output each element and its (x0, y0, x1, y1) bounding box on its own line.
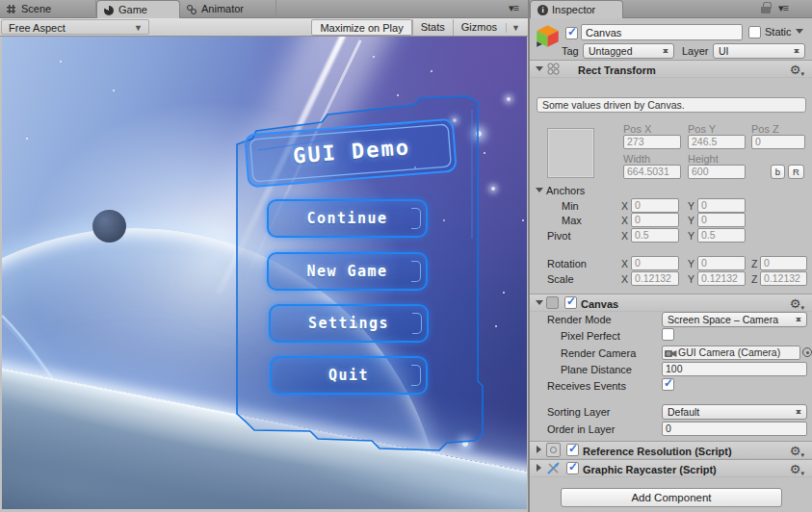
scale-y-field[interactable]: 0.12132 (697, 271, 746, 286)
axis-y-label: Y (688, 229, 694, 243)
pos-x-field[interactable]: 273 (623, 135, 681, 149)
settings-button[interactable]: Settings (269, 304, 429, 343)
tab-inspector-label: Inspector (552, 4, 595, 15)
tab-scene[interactable]: Scene (0, 0, 96, 18)
tab-animator[interactable]: Animator (180, 0, 276, 18)
scale-z-field[interactable]: 0.12132 (760, 271, 807, 286)
tab-game[interactable]: Game (96, 0, 180, 18)
anchor-preview-box[interactable] (547, 128, 594, 178)
settings-button-label: Settings (271, 306, 427, 341)
axis-x-label: X (621, 257, 628, 270)
new-game-button-label: New Game (269, 254, 426, 289)
pivot-x-field[interactable]: 0.5 (631, 228, 679, 243)
reference-resolution-enabled-checkbox[interactable] (566, 444, 579, 456)
anchor-max-y-field[interactable]: 0 (697, 213, 746, 227)
rotation-z-field[interactable]: 0 (760, 256, 807, 270)
rotation-x-field[interactable]: 0 (631, 256, 679, 270)
foldout-collapsed-icon[interactable] (537, 464, 541, 472)
add-component-button[interactable]: Add Component (561, 488, 782, 507)
gizmos-button[interactable]: Gizmos ▼ (453, 19, 528, 36)
receives-events-checkbox[interactable] (662, 378, 674, 391)
game-viewport: GUI Demo Continue New Game Settings Quit (2, 37, 527, 509)
tab-inspector[interactable]: i Inspector (530, 0, 623, 18)
gear-icon[interactable]: ⚙ (790, 462, 804, 481)
continue-button[interactable]: Continue (267, 199, 428, 238)
static-dropdown-icon[interactable] (796, 29, 803, 34)
blueprint-mode-button[interactable]: b (771, 165, 785, 179)
star (503, 292, 505, 294)
render-camera-value: GUI Camera (Camera) (678, 346, 780, 358)
static-checkbox[interactable] (748, 26, 761, 38)
maximize-on-play-button[interactable]: Maximize on Play (311, 19, 411, 36)
continue-button-label: Continue (269, 201, 426, 236)
stats-button[interactable]: Stats (412, 19, 453, 36)
min-label: Min (562, 199, 579, 213)
render-mode-dropdown[interactable]: Screen Space – Camera (662, 312, 807, 327)
quit-button[interactable]: Quit (270, 356, 428, 395)
anchor-min-y-field[interactable]: 0 (697, 198, 746, 213)
raw-mode-button[interactable]: R (788, 165, 804, 179)
render-mode-label: Render Mode (547, 313, 612, 326)
lock-icon[interactable] (761, 7, 771, 13)
receives-events-label: Receives Events (547, 379, 626, 393)
object-picker-icon[interactable] (802, 347, 812, 357)
foldout-icon[interactable] (536, 66, 543, 71)
tab-game-label: Game (118, 4, 147, 15)
anchor-min-x-field[interactable]: 0 (631, 198, 679, 213)
gameobject-name-field[interactable] (581, 24, 743, 40)
pivot-label: Pivot (547, 229, 570, 243)
plane-distance-label: Plane Distance (561, 363, 632, 376)
layer-dropdown[interactable]: UI (713, 43, 805, 59)
star (491, 187, 495, 191)
gizmos-button-label: Gizmos (461, 21, 497, 33)
axis-x-label: X (621, 199, 628, 213)
tab-scene-label: Scene (21, 3, 51, 14)
rect-transform-title: Rect Transform (578, 64, 656, 77)
graphic-raycaster-title: Graphic Raycaster (Script) (583, 463, 717, 476)
gameobject-enabled-checkbox[interactable] (565, 27, 578, 39)
foldout-collapsed-icon[interactable] (537, 446, 541, 453)
pixel-perfect-checkbox[interactable] (662, 328, 674, 341)
inspector-menu-icon[interactable]: ▾≡ (778, 2, 788, 14)
render-camera-object-field[interactable]: GUI Camera (Camera) (662, 346, 800, 360)
height-field[interactable]: 600 (688, 165, 746, 179)
gear-icon[interactable]: ⚙ (790, 63, 804, 82)
anchor-max-x-field[interactable]: 0 (631, 213, 679, 227)
star (495, 325, 497, 327)
animator-nodes-icon (187, 5, 196, 14)
canvas-component-title: Canvas (581, 297, 618, 311)
reference-resolution-title: Reference Resolution (Script) (583, 445, 732, 458)
pos-z-field[interactable]: 0 (751, 135, 805, 149)
gameobject-cube-icon[interactable] (535, 23, 561, 49)
pivot-y-field[interactable]: 0.5 (697, 228, 746, 243)
render-camera-label: Render Camera (561, 346, 636, 360)
aspect-dropdown[interactable]: Free Aspect ▼ (1, 19, 149, 35)
tag-dropdown[interactable]: Untagged (583, 43, 674, 59)
rotation-label: Rotation (547, 257, 587, 270)
width-field[interactable]: 664.5031 (623, 165, 681, 179)
inspector-panel: i Inspector ▾≡ Static Tag Untagged Layer… (530, 0, 812, 512)
graphic-raycaster-icon (546, 461, 561, 475)
foldout-icon[interactable] (536, 300, 543, 305)
scene-grid-icon (7, 5, 15, 13)
axis-y-label: Y (688, 214, 694, 227)
height-label: Height (688, 152, 719, 166)
scale-x-field[interactable]: 0.12132 (631, 271, 679, 286)
graphic-raycaster-enabled-checkbox[interactable] (566, 462, 579, 474)
order-in-layer-field[interactable]: 0 (662, 422, 807, 436)
moon-silhouette (92, 210, 126, 243)
canvas-component-icon (546, 296, 559, 309)
star (507, 97, 511, 101)
star (113, 90, 115, 91)
game-toolbar: Free Aspect ▼ Maximize on Play Stats Giz… (0, 18, 528, 37)
new-game-button[interactable]: New Game (267, 252, 428, 291)
anchors-foldout-icon[interactable] (536, 188, 543, 192)
rotation-y-field[interactable]: 0 (697, 256, 746, 270)
canvas-enabled-checkbox[interactable] (564, 296, 577, 309)
star (373, 56, 375, 58)
sorting-layer-dropdown[interactable]: Default (662, 404, 807, 420)
plane-distance-field[interactable]: 100 (662, 362, 807, 376)
game-panel-menu-icon[interactable]: ▾≡ (509, 2, 518, 14)
rect-transform-header[interactable] (530, 60, 812, 78)
pos-y-field[interactable]: 246.5 (688, 135, 746, 149)
